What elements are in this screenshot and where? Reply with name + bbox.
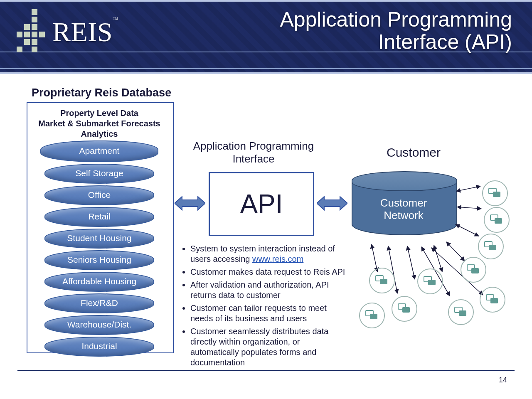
database-cylinder-icon: Student Housing (44, 229, 154, 249)
page-number: 14 (499, 376, 507, 384)
svg-line-4 (456, 224, 479, 236)
brand-logo: REIS™ (17, 9, 118, 55)
bullet-item: Customer can tailor requests to meet nee… (190, 303, 347, 324)
trademark-icon: ™ (113, 16, 118, 22)
brand-mark-icon (17, 9, 45, 55)
client-node-icon (359, 303, 385, 328)
database-cylinder-icon: Retail (44, 207, 154, 227)
svg-rect-27 (402, 307, 410, 313)
client-node-icon (478, 234, 504, 259)
svg-line-2 (456, 186, 480, 191)
database-cylinder-icon: Office (44, 185, 154, 205)
database-cylinder-icon: Flex/R&D (44, 293, 154, 313)
database-cylinder-icon: Seniors Housing (44, 250, 154, 270)
slide-header: REIS™ Application Programming Interface … (0, 0, 532, 74)
svg-rect-23 (380, 279, 387, 284)
title-line: Interface (API) (280, 31, 512, 53)
svg-rect-13 (493, 192, 500, 197)
double-arrow-icon (317, 195, 347, 211)
client-node-icon (369, 268, 395, 293)
slide-body: Proprietary Reis Database Property Level… (0, 75, 532, 374)
svg-marker-0 (175, 197, 205, 210)
text: Market & Submarket Forecasts (27, 118, 172, 129)
database-stack: Apartment Self Storage Office Retail Stu… (39, 140, 160, 358)
database-cylinder-icon: Affordable Housing (44, 272, 154, 292)
svg-rect-17 (489, 245, 496, 250)
api-label: Application Programming Interface (187, 140, 320, 165)
database-cylinder-icon: Warehouse/Dist. (44, 315, 154, 335)
svg-line-9 (407, 246, 415, 279)
svg-line-3 (457, 207, 481, 209)
double-arrow-icon (175, 195, 205, 211)
svg-rect-15 (495, 218, 502, 224)
reis-link[interactable]: www.reis.com (252, 254, 303, 264)
bullet-item: System to system interaction instead of … (190, 244, 347, 264)
api-box-text: API (240, 189, 283, 219)
title-line: Application Programming (280, 8, 512, 31)
client-node-icon (484, 207, 510, 233)
client-node-icon (448, 299, 474, 325)
slide-title: Application Programming Interface (API) (280, 8, 512, 53)
database-subtitle: Property Level Data Market & Submarket F… (27, 108, 172, 139)
api-box: API (209, 172, 314, 236)
bullet-item: Customer seamlessly distributes data dir… (190, 326, 347, 368)
client-node-icon (482, 180, 508, 206)
svg-line-5 (446, 242, 465, 261)
bullet-item: After validation and authorization, API … (190, 280, 347, 300)
text: Property Level Data (27, 108, 172, 118)
customer-label: Customer (362, 145, 466, 160)
database-cylinder-icon: Self Storage (44, 164, 154, 184)
footer-rule (17, 370, 515, 371)
svg-rect-21 (428, 280, 436, 285)
svg-rect-19 (471, 268, 479, 273)
database-cylinder-icon: Industrial (44, 337, 154, 357)
svg-marker-1 (317, 197, 347, 210)
text: Analytics (27, 129, 172, 139)
client-node-icon (417, 268, 443, 294)
svg-rect-31 (490, 298, 498, 303)
client-node-icon (480, 287, 505, 313)
header-rule (0, 68, 532, 69)
svg-rect-29 (459, 310, 466, 316)
svg-rect-25 (370, 314, 377, 319)
bullet-item: Customer makes data request to Reis API (190, 267, 347, 277)
client-node-icon (461, 257, 486, 283)
database-cylinder-icon: Apartment (40, 140, 158, 162)
bullet-list: System to system interaction instead of … (176, 244, 347, 370)
brand-name: REIS™ (52, 16, 118, 48)
svg-line-6 (434, 245, 442, 272)
svg-line-7 (372, 244, 377, 272)
client-node-icon (392, 296, 417, 322)
database-title: Proprietary Reis Database (32, 86, 171, 99)
